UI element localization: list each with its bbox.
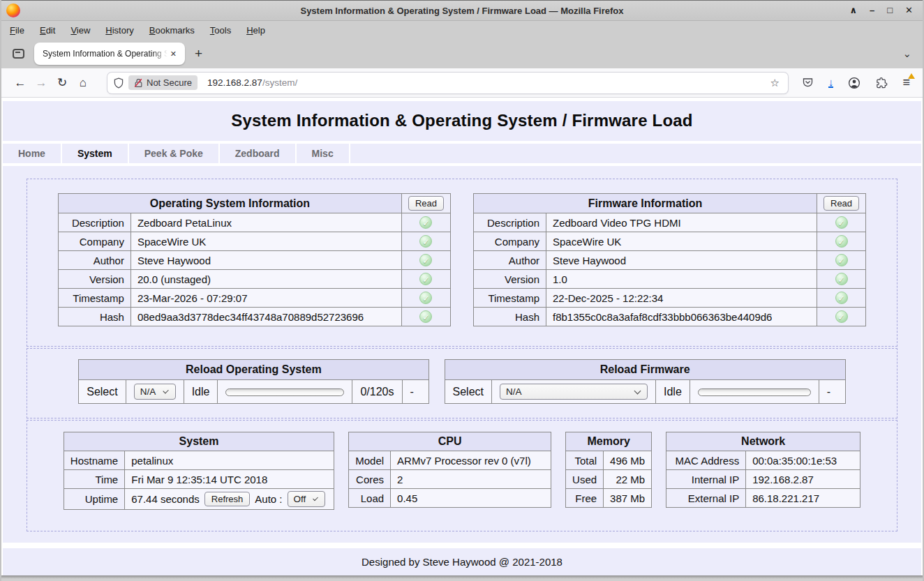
reload-os-progressbar (225, 388, 344, 396)
fw-read-button[interactable]: Read (824, 196, 859, 211)
reload-os-select[interactable]: N/A (134, 384, 176, 400)
menu-view[interactable]: View (70, 25, 90, 36)
url-text[interactable]: 192.168.2.87/system/ (207, 77, 297, 88)
url-host: 192.168.2.87 (207, 77, 262, 88)
table-row: Used22 Mb (566, 470, 652, 489)
not-secure-chip[interactable]: Not Secure (128, 75, 198, 90)
bookmark-star-icon[interactable]: ☆ (768, 77, 782, 89)
reload-fw-result: - (819, 380, 845, 404)
url-bar[interactable]: Not Secure 192.168.2.87/system/ ☆ (107, 73, 788, 93)
reload-button[interactable]: ↻ (52, 75, 73, 90)
status-ok-icon: ✓ (835, 254, 848, 266)
window-titlebar: System Information & Operating System / … (1, 0, 923, 21)
memory-title: Memory (566, 432, 652, 451)
reload-section: Reload Operating System Select N/A Idle … (27, 348, 897, 418)
reload-fw-select[interactable]: N/A (500, 384, 648, 400)
table-row: Internal IP192.168.2.87 (666, 470, 860, 489)
network-table: Network MAC Address00:0a:35:00:1e:53 Int… (666, 432, 860, 508)
table-row: Free387 Mb (566, 489, 652, 508)
reload-os-status: Idle (184, 380, 218, 404)
memory-table: Memory Total496 Mb Used22 Mb Free387 Mb (565, 432, 652, 508)
table-row: AuthorSteve Haywood✓ (474, 251, 866, 270)
close-tab-icon[interactable]: ✕ (167, 48, 179, 60)
window-bottom-frame (1, 575, 923, 581)
os-info-table: Operating System Information Read Descri… (58, 193, 451, 326)
reload-os-counter: 0/120s (352, 380, 402, 404)
update-badge-icon (908, 73, 915, 79)
nav-item-zedboard[interactable]: Zedboard (220, 144, 295, 163)
menu-tools[interactable]: Tools (210, 25, 231, 36)
table-row: Uptime 67.44 seconds Refresh Auto : Off (64, 489, 334, 510)
back-button[interactable]: ← (10, 76, 31, 90)
nav-item-home[interactable]: Home (3, 144, 61, 163)
reload-fw-status: Idle (655, 380, 690, 404)
home-button[interactable]: ⌂ (73, 76, 94, 90)
status-ok-icon: ✓ (835, 235, 848, 248)
menu-edit[interactable]: Edit (40, 25, 55, 36)
menu-bookmarks[interactable]: Bookmarks (149, 25, 195, 36)
reload-os-title: Reload Operating System (79, 360, 429, 380)
reload-fw-table: Reload Firmware Select N/A Idle - (445, 359, 846, 404)
status-ok-icon: ✓ (835, 216, 848, 229)
close-window-icon[interactable]: ✕ (905, 3, 913, 17)
table-row: Total496 Mb (566, 451, 652, 470)
account-icon[interactable] (848, 77, 860, 89)
table-row: MAC Address00:0a:35:00:1e:53 (666, 451, 860, 470)
pocket-icon[interactable] (802, 77, 814, 89)
new-tab-button[interactable]: + (185, 46, 212, 61)
nav-item-misc[interactable]: Misc (297, 144, 349, 163)
table-row: Timestamp22-Dec-2025 - 12:22:34✓ (474, 289, 866, 308)
firefox-view-icon[interactable] (13, 49, 24, 59)
footer-text: Designed by Steve Haywood @ 2021-2018 (362, 556, 562, 568)
shade-window-icon[interactable]: ∧ (849, 3, 857, 17)
table-row: TimeFri Mar 9 12:35:14 UTC 2018 (64, 470, 334, 489)
reload-os-select-label: Select (79, 380, 126, 404)
extensions-puzzle-icon[interactable] (875, 77, 888, 89)
info-section: Operating System Information Read Descri… (27, 179, 897, 347)
nav-item-peek-poke[interactable]: Peek & Poke (129, 144, 218, 163)
table-row: Version1.0✓ (474, 270, 866, 289)
system-table: System Hostnamepetalinux TimeFri Mar 9 1… (64, 432, 334, 510)
menu-help[interactable]: Help (246, 25, 265, 36)
uptime-value: 67.44 seconds (131, 493, 200, 505)
not-secure-label: Not Secure (147, 77, 192, 88)
page-footer: Designed by Steve Haywood @ 2021-2018 (3, 548, 921, 575)
chevron-down-icon (313, 495, 318, 501)
reload-fw-title: Reload Firmware (445, 360, 845, 380)
menu-history[interactable]: History (105, 25, 133, 36)
app-menu-icon[interactable]: ≡ (902, 75, 910, 90)
reload-fw-select-label: Select (445, 380, 491, 404)
table-row: ModelARMv7 Processor rev 0 (v7l) (349, 451, 551, 470)
downloads-icon[interactable]: ↓ (828, 77, 834, 88)
auto-label: Auto : (255, 493, 282, 505)
chevron-down-icon (634, 387, 641, 394)
status-ok-icon: ✓ (835, 310, 848, 323)
auto-refresh-select[interactable]: Off (288, 491, 325, 507)
shield-permissions-icon[interactable] (113, 77, 124, 89)
cpu-title: CPU (349, 432, 551, 451)
page-title: System Information & Operating System / … (3, 111, 921, 130)
status-ok-icon: ✓ (419, 292, 432, 304)
table-row: Hashf8b1355c0c8a3afaf8cdf33bbb066363be44… (474, 308, 866, 326)
minimize-window-icon[interactable]: – (870, 3, 874, 17)
os-read-button[interactable]: Read (408, 196, 444, 211)
uptime-label: Uptime (64, 489, 124, 510)
table-row: Load0.45 (349, 489, 551, 508)
system-title: System (64, 432, 334, 451)
reload-os-table: Reload Operating System Select N/A Idle … (78, 359, 429, 404)
refresh-button[interactable]: Refresh (204, 492, 251, 506)
active-tab[interactable]: System Information & Operating S ✕ (34, 43, 185, 65)
tab-bar: System Information & Operating S ✕ + ⌄ (1, 39, 923, 68)
table-row: CompanySpaceWire UK✓ (58, 232, 450, 251)
insecure-padlock-icon (134, 78, 143, 88)
status-ok-icon: ✓ (835, 273, 848, 285)
forward-button[interactable]: → (31, 76, 52, 90)
nav-item-system[interactable]: System (62, 144, 128, 163)
list-all-tabs-icon[interactable]: ⌄ (902, 47, 911, 60)
menu-file[interactable]: File (10, 25, 24, 36)
status-ok-icon: ✓ (835, 292, 848, 304)
page-header: System Information & Operating System / … (3, 101, 921, 141)
system-stats-section: System Hostnamepetalinux TimeFri Mar 9 1… (27, 420, 897, 531)
os-info-title: Operating System Information (58, 194, 401, 213)
maximize-window-icon[interactable]: □ (887, 3, 893, 17)
